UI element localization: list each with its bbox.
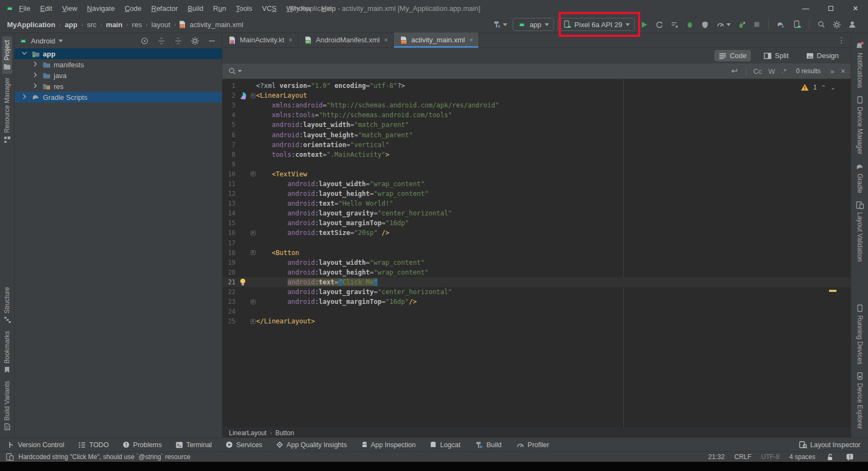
tool-window-button-bookmarks[interactable]: Bookmarks [2,327,12,377]
gradle-sync-button[interactable] [775,19,787,30]
menu-view[interactable]: View [57,4,82,12]
tool-window-button-build-variants[interactable]: Build Variants [2,377,12,434]
settings-button[interactable] [831,20,843,30]
tab-androidmanifest-xml[interactable]: MFAndroidManifest.xml× [298,33,394,47]
code-line-10[interactable]: 10∨ <TextView [222,169,851,179]
tool-window-button-layout-validation[interactable]: Layout Validation [854,197,865,265]
code-line-7[interactable]: 7 android:orientation="vertical" [222,140,851,150]
chevron-right-icon[interactable] [31,82,40,91]
fold-close-icon[interactable]: ∧ [251,319,256,324]
tool-window-button-running-devices[interactable]: Running Devices [854,300,865,368]
profile-button[interactable] [699,20,711,30]
profile-avatar-button[interactable] [846,19,858,30]
next-inspection-icon[interactable]: ⌄ [831,84,835,91]
find-toggle-w[interactable]: W [768,67,775,75]
code-line-13[interactable]: 13 android:text="Hello World!" [222,199,851,208]
menu-code[interactable]: Code [120,4,146,12]
tool-window-button-structure[interactable]: Structure [2,283,12,327]
menu-tools[interactable]: Tools [231,4,257,12]
find-close-icon[interactable]: × [841,67,845,75]
code-line-6[interactable]: 6 android:layout_height="match_parent" [222,130,851,139]
menu-run[interactable]: Run [208,4,231,12]
breadcrumb-item-myapplication[interactable]: MyApplication [5,21,57,29]
code-line-23[interactable]: 23∧ android:layout_marginTop="16dp"/> [222,297,851,307]
tool-window-button-services[interactable]: Services [226,441,262,449]
find-input[interactable] [245,67,729,75]
search-everywhere-button[interactable] [815,19,827,30]
close-icon[interactable]: × [469,36,473,44]
code-line-24[interactable]: 24 [222,307,851,316]
code-line-4[interactable]: 4 xmlns:tools="http://schemas.android.co… [222,110,851,120]
tool-window-button-todo[interactable]: TODO [78,441,108,449]
fold-open-icon[interactable]: ∨ [251,250,256,255]
tool-window-button-problems[interactable]: Problems [123,441,162,449]
status-message[interactable]: Hardcoded string "Click Me", should use … [18,453,190,461]
tool-window-button-device-explorer[interactable]: Device Explorer [854,368,865,433]
code-line-21[interactable]: 21 android:text="Click Me" [222,277,851,287]
view-mode-code[interactable]: Code [714,50,751,61]
run-configuration-select[interactable]: app [513,18,554,31]
chevron-right-icon[interactable] [20,93,29,101]
find-toggle--[interactable]: .* [782,67,787,75]
menu-build[interactable]: Build [183,4,208,12]
tool-window-button-project[interactable]: Project [2,36,12,74]
status-widget-21-32[interactable]: 21:32 [709,453,725,461]
tab-options-kebab-icon[interactable]: ⋮ [832,36,851,44]
revert-button[interactable] [729,67,739,76]
code-line-22[interactable]: 22 android:layout_gravity="center_horizo… [222,287,851,297]
profiler-button[interactable] [714,19,732,30]
menu-navigate[interactable]: Navigate [82,4,119,12]
expand-all-button[interactable] [156,36,167,46]
maximize-button[interactable] [818,0,843,16]
breadcrumb-item-res[interactable]: res [130,21,143,29]
tree-row-gradle-scripts[interactable]: Gradle Scripts [15,92,222,103]
attach-debugger-button[interactable] [736,20,748,30]
fold-open-icon[interactable]: ∨ [251,93,256,98]
find-toggle-cc[interactable]: Cc [753,67,762,75]
tool-window-button-app-quality-insights[interactable]: App Quality Insights [276,441,347,449]
device-selector[interactable]: Pixel 6a API 29 [558,18,635,31]
breadcrumb-item-main[interactable]: main [104,21,124,29]
inspections-widget[interactable]: 1 ⌃ ⌄ [801,84,835,91]
code-line-25[interactable]: 25∧</LinearLayout> [222,316,851,326]
code-line-5[interactable]: 5 android:layout_width="match_parent" [222,120,851,130]
run-button[interactable] [639,20,650,30]
breadcrumb-item-app[interactable]: app [63,21,79,29]
status-widget-4-spaces[interactable]: 4 spaces [789,453,815,461]
status-widget-crlf[interactable]: CRLF [735,453,751,461]
view-mode-design[interactable]: Design [802,50,843,61]
code-line-8[interactable]: 8 tools:context=".MainActivity"> [222,150,851,160]
tab-mainactivity-kt[interactable]: MainActivity.kt× [222,33,298,47]
code-line-18[interactable]: 18∨ <Button [222,248,851,258]
breadcrumb-item-layout[interactable]: layout [150,21,172,29]
close-button[interactable]: ✕ [843,0,868,16]
code-line-11[interactable]: 11 android:layout_width="wrap_content" [222,179,851,189]
tree-row-app[interactable]: app [15,48,222,59]
tool-window-button-terminal[interactable]: Terminal [176,441,212,449]
tab-activity-main-xml[interactable]: <>activity_main.xml× [394,33,479,47]
code-line-2[interactable]: 2∨<LinearLayout [222,91,851,100]
breadcrumb-item-src[interactable]: src [85,21,98,29]
tool-window-button-version-control[interactable]: Version Control [8,441,64,449]
intention-bulb-icon[interactable] [239,278,246,286]
code-line-9[interactable]: 9 [222,160,851,169]
tree-row-java[interactable]: java [15,70,222,81]
build-button[interactable] [491,19,509,30]
breadcrumb-item-activity-main-xml[interactable]: activity_main.xml [188,21,245,29]
menu-edit[interactable]: Edit [35,4,57,12]
code-editor[interactable]: 1<?xml version="1.0" encoding="utf-8"?>2… [222,79,851,428]
code-line-17[interactable]: 17 [222,238,851,248]
chevron-right-icon[interactable] [31,61,40,69]
code-line-1[interactable]: 1<?xml version="1.0" encoding="utf-8"?> [222,81,851,91]
view-mode-split[interactable]: Split [760,50,793,61]
tool-window-button-profiler[interactable]: Profiler [516,441,550,449]
apply-changes-button[interactable] [654,20,665,30]
event-log-button[interactable] [845,453,855,462]
close-icon[interactable]: × [384,36,388,44]
tree-row-manifests[interactable]: manifests [15,59,222,70]
tool-window-button-device-manager[interactable]: Device Manager [854,92,865,158]
chevron-down-icon[interactable] [20,50,29,58]
close-icon[interactable]: × [289,36,292,44]
tool-window-button-logcat[interactable]: Logcat [430,441,461,449]
stop-button[interactable] [751,20,762,29]
